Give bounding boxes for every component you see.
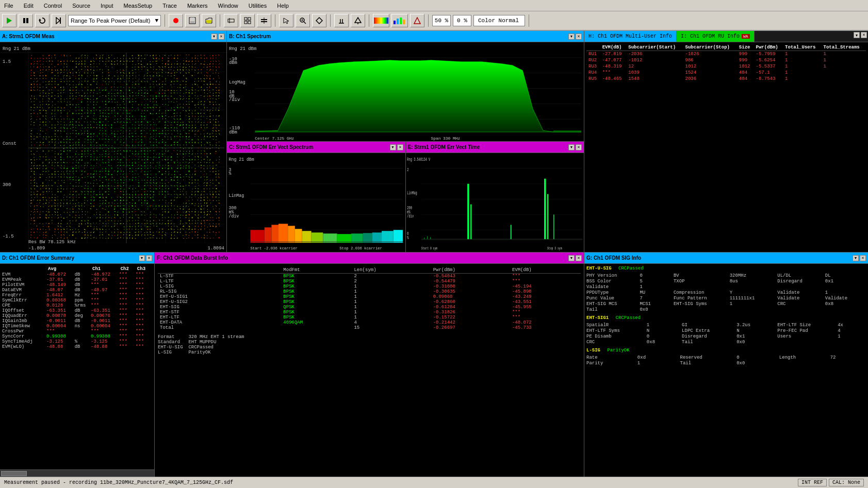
layout-button[interactable] [257, 14, 271, 27]
svg-rect-122 [544, 179, 546, 239]
menu-utilities[interactable]: Utilities [247, 2, 269, 10]
svg-marker-23 [316, 18, 322, 24]
play-button[interactable] [2, 14, 17, 27]
svg-text:Rng 3.548134 V: Rng 3.548134 V [407, 157, 430, 162]
pause-button[interactable] [19, 14, 33, 27]
pct1-display: 50 % [432, 15, 451, 26]
svg-rect-94 [394, 230, 403, 243]
menu-control[interactable]: Control [42, 2, 64, 10]
svg-text:dBm: dBm [229, 60, 237, 65]
panel-d-controls: ▼ ✕ [139, 255, 152, 261]
tab-i[interactable]: I: Ch1 OFDM RU Info WA [677, 31, 755, 42]
table-row: FreqErr 1.6412 Hz *** *** *** [2, 293, 152, 298]
restart-button[interactable] [35, 14, 50, 27]
svg-rect-124 [553, 214, 554, 239]
pct2-display: 0 % [453, 15, 471, 26]
bar-chart-button[interactable] [391, 14, 408, 27]
svg-text:2: 2 [407, 167, 408, 173]
panel-e-title: E: Strm1 OFDM Err Vect Time [408, 144, 480, 150]
save-button[interactable] [185, 14, 200, 27]
multi-user-table: EVM(dB) Subcarrier(Start) Subcarrier(Sto… [586, 44, 866, 82]
record-button[interactable] [169, 14, 183, 27]
col-pwr: Pwr(dBm) [754, 44, 783, 51]
table-row: EVM -48.072 dB -48.972 *** *** [2, 272, 152, 277]
panel-b-minimize[interactable]: ▼ [568, 33, 575, 40]
cursor-button[interactable] [279, 14, 293, 27]
table-row: SyncCorr 0.99308 0.99308 *** *** [2, 334, 152, 339]
panel-c-minimize[interactable]: ▼ [390, 144, 396, 150]
svg-text:Span 330 MHz: Span 330 MHz [431, 136, 460, 141]
panel-e-close[interactable]: ✕ [576, 144, 582, 150]
panel-g: G: Ch1 OFDM SIG Info ▼ ✕ EHT-U-SIG CRCPa… [584, 253, 868, 477]
table-row: EHT-SIG QPSK 1 -0.61284 -45.955 [158, 305, 581, 310]
single-button[interactable] [52, 14, 66, 27]
col-sub-start: Subcarrier(Start) [626, 44, 683, 51]
panel-f-close[interactable]: ✕ [576, 255, 582, 261]
range-dropdown[interactable]: Range To Peak Power (Default) ▼ [68, 15, 161, 26]
panel-g-close[interactable]: ✕ [860, 255, 866, 261]
panel-tabs: H: Ch1 OFDM Multi-User Info I: Ch1 OFDM … [584, 31, 868, 42]
panel-i-badge: WA [742, 34, 750, 39]
zoom-button[interactable] [296, 14, 310, 27]
panel-b-e-area: B: Ch1 Spectrum ▼ ✕ Rng 21 dBm -10 dBm [227, 31, 584, 252]
tab-h[interactable]: H: Ch1 OFDM Multi-User Info [584, 31, 677, 42]
panel-e-minimize[interactable]: ▼ [568, 144, 575, 150]
single-trace-button[interactable] [224, 14, 238, 27]
menu-window[interactable]: Window [216, 2, 240, 10]
panel-a-close[interactable]: ✕ [218, 33, 224, 40]
table-row: IQOffset -63.351 dB -63.351 *** *** [2, 308, 152, 313]
panel-b-close[interactable]: ✕ [576, 33, 582, 40]
table-row: PilotEVM -48.149 dB *** *** *** [2, 282, 152, 288]
triangle-button[interactable] [410, 14, 424, 27]
svg-text:Res BW 25.4626 kHz: Res BW 25.4626 kHz [255, 140, 299, 141]
marker2-button[interactable] [351, 14, 365, 27]
marker-button[interactable] [334, 14, 349, 27]
panel-f-minimize[interactable]: ▼ [568, 255, 575, 261]
svg-rect-93 [382, 231, 394, 243]
panel-a-controls: ▼ ✕ [211, 33, 224, 40]
svg-rect-82 [271, 225, 279, 243]
open-button[interactable] [202, 14, 216, 27]
status-message: Measurement paused - recording 11be_320M… [4, 480, 233, 485]
table-row: IQTimeSkew 0.00004 ns 0.00004 *** *** [2, 324, 152, 329]
panel-c-controls: ▼ ✕ [390, 144, 403, 150]
menu-source[interactable]: Source [70, 2, 92, 10]
panel-d-minimize[interactable]: ▼ [139, 255, 145, 261]
panel-c-close[interactable]: ✕ [397, 144, 403, 150]
menu-markers[interactable]: Markers [185, 2, 210, 10]
status-bar: Measurement paused - recording 11be_320M… [0, 477, 868, 488]
menu-meassetup[interactable]: MeasSetup [122, 2, 155, 10]
svg-text:%: % [407, 235, 409, 241]
svg-marker-4 [56, 18, 60, 24]
col-evm: EVM(dB) [600, 44, 627, 51]
svg-text:Stop 3 sym: Stop 3 sym [547, 246, 562, 250]
svg-rect-12 [244, 18, 247, 20]
svg-rect-29 [374, 18, 388, 24]
multi-trace-button[interactable] [240, 14, 255, 27]
svg-text:Res BW 78.125 kHz: Res BW 78.125 kHz [250, 251, 288, 252]
panel-hi-minimize[interactable]: ▼ [854, 32, 860, 38]
col-sub-stop: Subcarrier(Stop) [683, 44, 737, 51]
color-spectrum-button[interactable] [373, 14, 389, 27]
menu-trace[interactable]: Trace [160, 2, 179, 10]
int-ref-indicator: INT REF [798, 479, 827, 486]
panel-hi-close[interactable]: ✕ [861, 32, 867, 38]
menu-edit[interactable]: Edit [22, 2, 36, 10]
svg-text:Rng 21 dBm: Rng 21 dBm [229, 157, 254, 162]
svg-text:Const: Const [3, 142, 17, 147]
svg-rect-119 [467, 184, 469, 239]
svg-rect-120 [470, 204, 471, 239]
svg-text:-1.5: -1.5 [3, 234, 14, 239]
panel-g-title: G: Ch1 OFDM SIG Info [586, 255, 641, 261]
menu-file[interactable]: File [2, 2, 15, 10]
panel-g-minimize[interactable]: ▼ [853, 255, 859, 261]
panel-e-controls: ▼ ✕ [568, 144, 582, 150]
svg-rect-15 [248, 21, 251, 24]
panel-d-close[interactable]: ✕ [146, 255, 152, 261]
menu-help[interactable]: Help [275, 2, 291, 10]
svg-rect-1 [23, 18, 25, 23]
diamond-button[interactable] [312, 14, 326, 27]
panel-a-minimize[interactable]: ▼ [211, 33, 217, 40]
menu-input[interactable]: Input [99, 2, 115, 10]
svg-rect-10 [228, 19, 234, 22]
